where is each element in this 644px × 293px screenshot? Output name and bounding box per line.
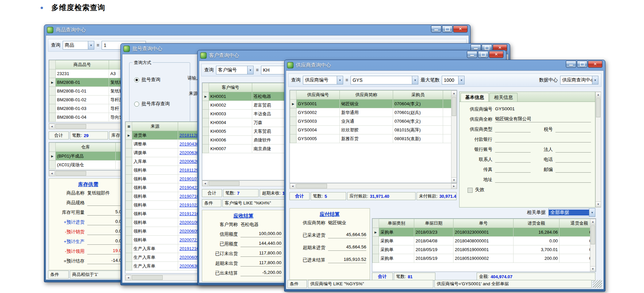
column-header[interactable]: 进货金额 (514, 219, 559, 228)
radio-batch-query[interactable]: 批号查询 (134, 77, 190, 83)
payable-total: 应付账款: 31,971.40 (347, 192, 416, 200)
row-marker (126, 218, 132, 227)
cell: 2018/05/19 (414, 254, 453, 263)
minimize-button[interactable] (431, 25, 441, 33)
field-label: 供应商类型 (464, 126, 492, 132)
window-title: 批号查询中心 (132, 46, 162, 52)
field-label: 税号 (533, 126, 553, 132)
supplier-code-input[interactable] (351, 77, 412, 83)
column-header[interactable]: 单据日期 (414, 219, 453, 228)
close-button[interactable]: ✕ (453, 25, 468, 33)
row-marker (49, 104, 56, 113)
column-header[interactable]: 商品品号 (56, 60, 109, 69)
resize-grip[interactable] (593, 280, 602, 288)
max-rows-dropdown[interactable]: 1000 ▼ (442, 76, 465, 84)
field-dropdown[interactable]: 商品 ▼ (63, 41, 94, 50)
row-count: 笔数: 7 (223, 189, 259, 197)
table-row[interactable]: GYS0002新华通用070601(赵兵) (290, 108, 458, 117)
row-marker (290, 108, 297, 117)
scroll-up-button[interactable]: ▲ (590, 219, 596, 225)
cell: 20180323000001 (453, 228, 514, 237)
field-dropdown[interactable]: 供应商编号 ▼ (303, 76, 343, 84)
table-row[interactable]: 采购单2018/05/1920180519000002200.000.00 (373, 254, 596, 263)
field-value: 苍松电器 (240, 222, 281, 228)
equals-label: = (345, 77, 348, 83)
scroll-up-button[interactable]: ▲ (451, 91, 457, 96)
groupbox-title: 查询方式 (132, 60, 153, 66)
column-header[interactable]: 仓库 (56, 143, 116, 152)
cell: 070604(李义) (393, 117, 443, 126)
maximize-button[interactable] (442, 25, 452, 33)
row-marker (126, 201, 132, 210)
cell: 2018/04/08 (414, 237, 453, 245)
column-header[interactable]: 单号 (453, 219, 514, 228)
related-docs-dropdown[interactable]: 全部单据 ▼ (548, 208, 595, 217)
row-selector-header (49, 60, 56, 69)
info-tabs: 基本信息 相关信息 (460, 92, 595, 102)
field-label: 电话 (533, 157, 553, 163)
column-header[interactable]: 来源 (132, 122, 178, 131)
table-row[interactable]: 采购单2018/04/08201804080000010.000.00 (373, 237, 596, 245)
column-header[interactable]: 单据类别 (379, 219, 414, 228)
tab-basic-info[interactable]: 基本信息 (461, 93, 489, 102)
minimize-button[interactable] (566, 61, 576, 68)
titlebar[interactable]: 商品查询中心 ✕ (46, 25, 469, 35)
scrollbar-thumb[interactable] (596, 98, 600, 117)
scroll-down-button[interactable]: ▼ (595, 201, 601, 207)
supplier-code-combo[interactable]: ▼ (351, 76, 418, 84)
panel-title: 库存供需 (49, 179, 127, 190)
titlebar[interactable]: 客户查询中心 ✕ (199, 50, 505, 61)
scrollbar-thumb[interactable] (591, 225, 595, 244)
field-label: 已出未结算 (206, 270, 238, 276)
table-row[interactable]: GYS0005新雅百货080815(袁新) (290, 134, 458, 143)
scrollbar-thumb[interactable] (452, 97, 456, 116)
field-label: 地址 (464, 177, 492, 183)
table-row[interactable]: GYS0004欣欣塑胶081015(高萍) (290, 126, 458, 134)
table-row[interactable]: 采购单2018/05/19201805190000013,700.010.00 (373, 245, 596, 254)
close-button[interactable]: ✕ (489, 51, 503, 58)
column-header[interactable]: 供应商简称 (340, 91, 393, 100)
scrollbar-thumb[interactable] (55, 171, 86, 176)
scroll-left-button[interactable]: ◄ (49, 171, 55, 176)
related-docs-label: 相关单据 (527, 210, 546, 216)
scrollbar-thumb[interactable] (296, 184, 327, 188)
maximize-button[interactable] (478, 51, 488, 58)
radio-batch-stock-query[interactable]: 批号库存查询 (134, 101, 190, 107)
tab-related-info[interactable]: 相关信息 (489, 93, 518, 102)
scroll-right-button[interactable]: ► (451, 183, 457, 189)
scroll-left-button[interactable]: ◄ (202, 181, 208, 186)
column-header[interactable]: 采购员 (393, 91, 443, 100)
condition-label: 条件 (48, 271, 69, 279)
cell: (XC01)现场仓 (56, 161, 116, 169)
scroll-down-button[interactable]: ▼ (590, 266, 596, 272)
table-row[interactable]: GYS0003业兴通070604(李义) (290, 117, 458, 126)
data-center-dropdown[interactable]: 供应商查询中心 ▼ (560, 76, 598, 84)
minimize-button[interactable] (467, 51, 477, 58)
maximize-button[interactable] (577, 61, 587, 68)
maximize-icon (580, 62, 585, 66)
column-header[interactable]: 供应商编号 (297, 91, 340, 100)
cell: 16,284.06 (514, 228, 559, 237)
field-value (495, 126, 531, 132)
cell: 铭匠铜业 (340, 100, 393, 108)
horizontal-scrollbar: ◄ ► (289, 183, 457, 189)
table-row[interactable]: ▶采购单2018/03/232018032300000116,284.060.0… (373, 228, 596, 237)
scroll-left-button[interactable]: ◄ (125, 275, 131, 281)
scrollbar-thumb[interactable] (132, 275, 163, 280)
column-header[interactable]: 客户编号 (209, 83, 252, 92)
scroll-left-button[interactable]: ◄ (49, 124, 55, 129)
cell: 070604(李义) (393, 100, 443, 108)
field-dropdown[interactable]: 客户编号 ▼ (216, 66, 254, 74)
scroll-down-button[interactable]: ▼ (451, 177, 457, 183)
titlebar[interactable]: 供应商查询中心 ✕ (286, 60, 604, 70)
chevron-down-icon: ▼ (247, 66, 253, 74)
invalid-checkbox[interactable] (468, 188, 473, 193)
scrollbar-thumb[interactable] (55, 124, 86, 129)
scroll-up-button[interactable]: ▲ (595, 92, 601, 98)
scroll-left-button[interactable]: ◄ (290, 183, 296, 189)
cell: 采购单 (379, 254, 414, 263)
scrollbar-thumb[interactable] (209, 181, 239, 186)
close-button[interactable]: ✕ (588, 61, 602, 68)
table-row[interactable]: ▶GYS0001铭匠铜业070604(李义) (290, 100, 458, 108)
condition-text-2: 供应商编号='GYS0001' and 全部单据 (434, 280, 592, 288)
